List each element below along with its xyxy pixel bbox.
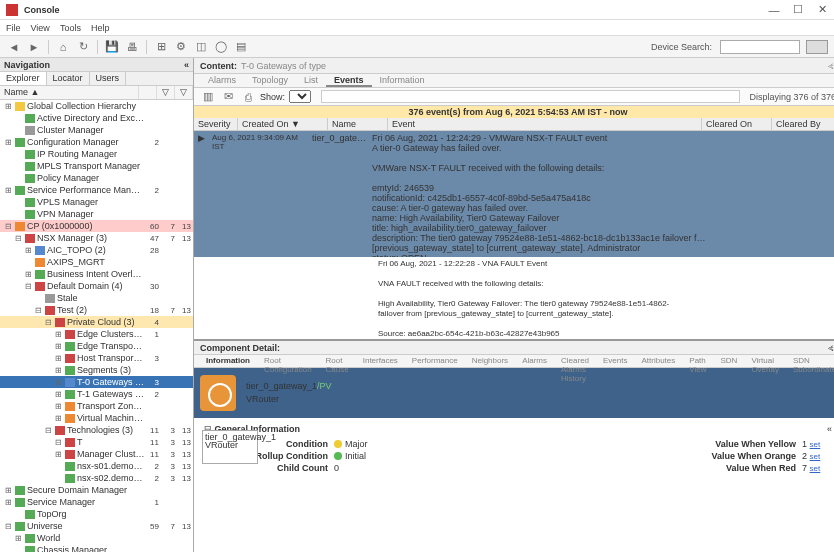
tree-node[interactable]: Stale xyxy=(0,292,193,304)
tree-node[interactable]: ⊞Edge Clusters (1)1 xyxy=(0,328,193,340)
tree-node[interactable]: ⊞T-0 Gateways (3)3 xyxy=(0,376,193,388)
filter-icon[interactable]: ▥ xyxy=(200,89,216,105)
col-event[interactable]: Event xyxy=(388,118,702,130)
tree-node[interactable]: ⊟T11313 xyxy=(0,436,193,448)
set-link[interactable]: set xyxy=(810,464,821,473)
tree-node[interactable]: ⊞Global Collection Hierarchy xyxy=(0,100,193,112)
col-severity[interactable]: Severity xyxy=(194,118,238,130)
show-select[interactable] xyxy=(289,90,311,103)
tree-node[interactable]: ⊟Private Cloud (3)4 xyxy=(0,316,193,328)
comp-tab[interactable]: Cleared Alarms History xyxy=(555,355,595,367)
network-icon[interactable]: ⚙ xyxy=(173,39,189,55)
comp-tab[interactable]: Root Cause xyxy=(320,355,355,367)
minimize-button[interactable]: — xyxy=(768,4,780,16)
tree-node[interactable]: ⊞T-1 Gateways (2)2 xyxy=(0,388,193,400)
nav-col-3[interactable]: ▽ xyxy=(175,86,193,99)
tree-node[interactable]: Active Directory and Exchange Server Man… xyxy=(0,112,193,124)
nav-collapse-icon[interactable]: « xyxy=(184,60,189,70)
nav-tab-explorer[interactable]: Explorer xyxy=(0,72,47,85)
tree-node[interactable]: ⊞Transport Zones (6) xyxy=(0,400,193,412)
tree-node[interactable]: ⊞Secure Domain Manager xyxy=(0,484,193,496)
search-go-button[interactable] xyxy=(806,40,828,54)
comp-tab[interactable]: Information xyxy=(200,355,256,367)
tree-icon[interactable]: ⊞ xyxy=(153,39,169,55)
nav-tab-users[interactable]: Users xyxy=(90,72,127,85)
tree-node[interactable]: ⊞Business Intent Overlays (1) xyxy=(0,268,193,280)
col-cleared-on[interactable]: Cleared On xyxy=(702,118,772,130)
layers-icon[interactable]: ▤ xyxy=(233,39,249,55)
share-icon[interactable]: ⪡ xyxy=(827,343,834,353)
tab-list[interactable]: List xyxy=(296,74,326,87)
back-icon[interactable]: ◄ xyxy=(6,39,22,55)
tree-node[interactable]: ⊞Manager Cluster…11313 xyxy=(0,448,193,460)
tab-alarms[interactable]: Alarms xyxy=(200,74,244,87)
collapse-icon[interactable]: « xyxy=(827,424,832,438)
tree-node[interactable]: ⊟Default Domain (4)30 xyxy=(0,280,193,292)
tree-node[interactable]: IP Routing Manager xyxy=(0,148,193,160)
comp-tab[interactable]: Root Configuration xyxy=(258,355,318,367)
nav-tree[interactable]: ⊞Global Collection HierarchyActive Direc… xyxy=(0,100,193,552)
tree-node[interactable]: ⊟Technologies (3)11313 xyxy=(0,424,193,436)
tree-node[interactable]: ⊞Segments (3) xyxy=(0,364,193,376)
tree-node[interactable]: ⊞Configuration Manager2 xyxy=(0,136,193,148)
maximize-button[interactable]: ☐ xyxy=(792,4,804,16)
tree-node[interactable]: ⊟CP (0x1000000)60713 xyxy=(0,220,193,232)
tab-events[interactable]: Events xyxy=(326,74,372,87)
comp-tab[interactable]: Path View xyxy=(683,355,712,367)
col-cleared-by[interactable]: Cleared By xyxy=(772,118,834,130)
tree-node[interactable]: ⊟Universe59713 xyxy=(0,520,193,532)
comp-tab[interactable]: Attributes xyxy=(636,355,682,367)
menu-tools[interactable]: Tools xyxy=(60,23,81,33)
col-created[interactable]: Created On ▼ xyxy=(238,118,328,130)
comp-tab[interactable]: SDN xyxy=(714,355,743,367)
mail-icon[interactable]: ✉ xyxy=(220,89,236,105)
nav-col-2[interactable]: ▽ xyxy=(157,86,175,99)
tree-node[interactable]: ⊞Host Transport Nodes (3)3 xyxy=(0,352,193,364)
comp-tab[interactable]: Performance xyxy=(406,355,464,367)
tree-node[interactable]: Policy Manager xyxy=(0,172,193,184)
refresh-icon[interactable]: ↻ xyxy=(75,39,91,55)
print-icon[interactable]: 🖶 xyxy=(124,39,140,55)
tree-node[interactable]: ⊟Test (2)18713 xyxy=(0,304,193,316)
tree-node[interactable]: VPN Manager xyxy=(0,208,193,220)
tree-node[interactable]: VPLS Manager xyxy=(0,196,193,208)
comp-tab[interactable]: Interfaces xyxy=(357,355,404,367)
comp-tab[interactable]: Virtual Overlay xyxy=(745,355,785,367)
tree-node[interactable]: AXIPS_MGRT xyxy=(0,256,193,268)
tree-node[interactable]: TopOrg xyxy=(0,508,193,520)
menu-help[interactable]: Help xyxy=(91,23,110,33)
set-link[interactable]: set xyxy=(810,452,821,461)
set-link[interactable]: set xyxy=(810,440,821,449)
save-icon[interactable]: 💾 xyxy=(104,39,120,55)
forward-icon[interactable]: ► xyxy=(26,39,42,55)
device-search-input[interactable] xyxy=(720,40,800,54)
tree-node[interactable]: Chassis Manager xyxy=(0,544,193,552)
export-icon[interactable]: ⎙ xyxy=(240,89,256,105)
events-body[interactable]: ▶ Aug 6, 2021 9:34:09 AM IST tier_0_gate… xyxy=(194,131,834,339)
nav-tab-locator[interactable]: Locator xyxy=(47,72,90,85)
tree-node[interactable]: ⊞AIC_TOPO (2)28 xyxy=(0,244,193,256)
tree-node[interactable]: ⊞World xyxy=(0,532,193,544)
events-filter-input[interactable] xyxy=(321,90,740,103)
close-button[interactable]: ✕ xyxy=(816,4,828,16)
tree-node[interactable]: ⊟NSX Manager (3)47713 xyxy=(0,232,193,244)
tree-node[interactable]: nsx-s01.demo.com2313 xyxy=(0,460,193,472)
menu-file[interactable]: File xyxy=(6,23,21,33)
home-icon[interactable]: ⌂ xyxy=(55,39,71,55)
db-icon[interactable]: ◫ xyxy=(193,39,209,55)
tree-node[interactable]: ⊞Service Performance Manager2 xyxy=(0,184,193,196)
share-icon[interactable]: ⪡ xyxy=(827,61,834,71)
comp-tab[interactable]: Neighbors xyxy=(466,355,514,367)
nav-col-1[interactable] xyxy=(139,86,157,99)
col-name[interactable]: Name xyxy=(328,118,388,130)
tab-information[interactable]: Information xyxy=(372,74,433,87)
comp-tab[interactable]: SDN Subordinate xyxy=(787,355,834,367)
nav-col-name[interactable]: Name ▲ xyxy=(0,86,139,99)
tab-topology[interactable]: Topology xyxy=(244,74,296,87)
tree-node[interactable]: MPLS Transport Manager xyxy=(0,160,193,172)
tree-node[interactable]: ⊞Service Manager1 xyxy=(0,496,193,508)
tree-node[interactable]: nsx-s02.demo.com2313 xyxy=(0,472,193,484)
tree-node[interactable]: ⊞Virtual Machines (4) xyxy=(0,412,193,424)
comp-tab[interactable]: Alarms xyxy=(516,355,553,367)
menu-view[interactable]: View xyxy=(31,23,50,33)
